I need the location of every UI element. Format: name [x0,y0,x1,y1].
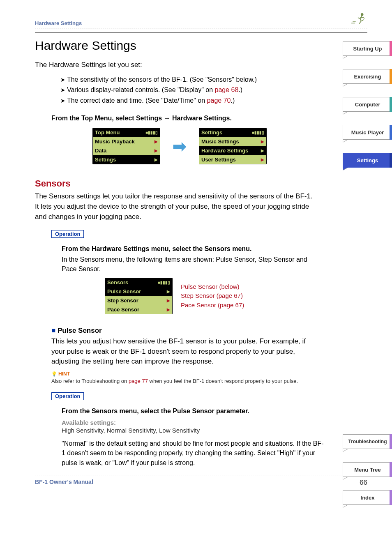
bullet-list: The sensitivity of the sensors of the BF… [60,74,367,106]
tab-computer[interactable]: Computer [343,97,392,112]
chevron-right-icon: ▶ [261,148,264,153]
tab-settings[interactable]: Settings [343,153,392,168]
page-link[interactable]: page 77 [129,378,148,384]
hint-label: HINT [51,371,367,377]
chevron-right-icon: ▶ [261,157,264,162]
chevron-right-icon: ▶ [154,157,158,162]
chevron-right-icon: ▶ [154,139,158,144]
tab-starting-up[interactable]: Starting Up [343,41,392,56]
nav-instruction: From the Top Menu, select Settings → Har… [51,115,367,122]
sensors-instruction: From the Hardware Settings menu, select … [62,245,308,253]
hint-text: Also refer to Troubleshooting on page 77… [51,378,314,385]
pulse-sensor-text: This lets you adjust how sensitive the B… [51,336,314,367]
battery-icon: ■▮▮▮▯ [252,130,264,135]
pulse-sensor-heading: Pulse Sensor [51,327,367,335]
tab-music-player[interactable]: Music Player [343,125,392,140]
lcd-settings: Settings■▮▮▮▯ Music Settings▶ Hardware S… [199,128,267,164]
battery-icon: ■▮▮▮▯ [145,130,158,135]
chevron-right-icon: ▶ [167,307,170,312]
operation-label: Operation [51,230,84,238]
footer-manual-title: BF-1 Owner's Manual [35,479,93,487]
available-settings-heading: Available settings: [62,419,367,426]
bullet-item: Various display-related controls. (See "… [60,85,367,95]
page-title: Hardware Settings [35,39,367,53]
tab-exercising[interactable]: Exercising [343,69,392,84]
lcd-top-menu: Top Menu■▮▮▮▯ Music Playback▶ Data▶ Sett… [92,128,160,164]
sensors-heading: Sensors [35,178,367,189]
available-settings-text: High Sensitivity, Normal Sensitivity, Lo… [62,427,367,434]
page-link[interactable]: page 70 [207,97,231,104]
pulse-instruction: From the Sensors menu, select the Pulse … [62,408,308,415]
breadcrumb: Hardware Settings [35,20,82,26]
tab-troubleshooting[interactable]: Troubleshooting [343,434,392,449]
arrow-right-icon: ➡ [173,137,187,156]
lcd-sensors: Sensors■▮▮▮▯ Pulse Sensor▶ Step Sensor▶ … [105,278,173,314]
pulse-final-text: "Normal" is the default setting and shou… [62,439,325,467]
page-link[interactable]: page 67 [219,292,241,299]
chevron-right-icon: ▶ [154,148,158,153]
sensors-text: The Sensors settings let you tailor the … [35,191,314,222]
bullet-item: The sensitivity of the sensors of the BF… [60,74,367,85]
sensor-links: Pulse Sensor (below) Step Sensor (page 6… [181,282,244,310]
link-pulse-below[interactable]: Pulse Sensor (below) [181,282,244,292]
battery-icon: ■▮▮▮▯ [158,280,170,285]
tab-menu-tree[interactable]: Menu Tree [343,462,392,477]
operation-label: Operation [51,392,84,400]
page-link[interactable]: page 68 [215,86,239,93]
chevron-right-icon: ▶ [261,139,264,144]
svg-point-0 [361,14,363,16]
chevron-right-icon: ▶ [167,298,170,303]
page-link[interactable]: page 67 [220,302,242,309]
bullet-item: The correct date and time. (See "Date/Ti… [60,95,367,106]
runner-icon [351,12,367,26]
sensors-subtext: In the Sensors menu, the following items… [62,255,308,274]
chevron-right-icon: ▶ [167,289,170,294]
intro-text: The Hardware Settings let you set: [35,60,281,70]
tab-index[interactable]: Index [343,490,392,505]
